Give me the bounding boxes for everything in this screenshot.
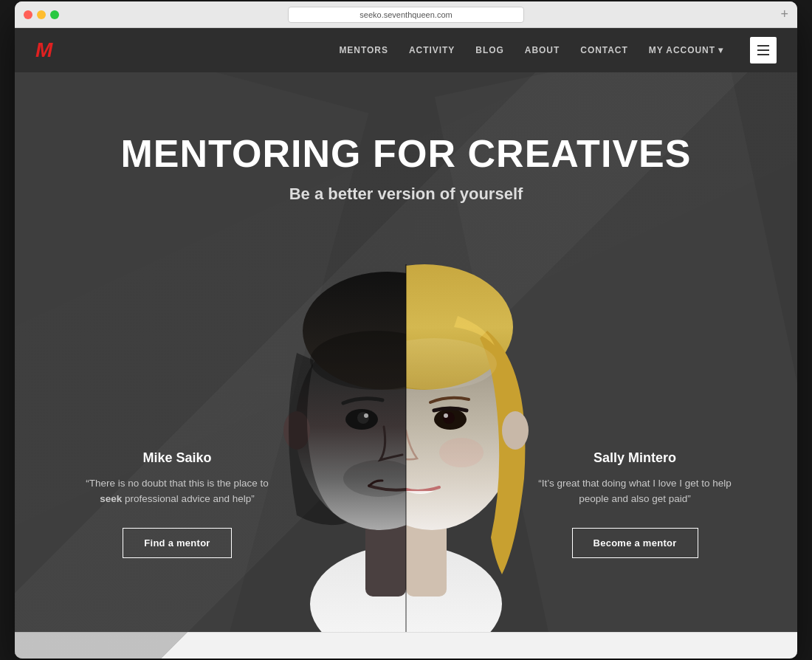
nav-item-blog[interactable]: BLOG <box>475 45 504 55</box>
new-tab-button[interactable]: + <box>780 7 788 22</box>
browser-window: seeko.seventhqueen.com + M MENTORS ACTIV… <box>15 1 797 659</box>
svg-point-19 <box>444 413 448 418</box>
hero-title: MENTORING FOR CREATIVES <box>120 131 691 176</box>
find-mentor-button[interactable]: Find a mentor <box>123 528 231 558</box>
nav-item-activity[interactable]: ACTIVITY <box>409 45 455 55</box>
hamburger-line <box>757 45 769 47</box>
hamburger-line <box>757 54 769 55</box>
hero-subtitle: Be a better version of yourself <box>120 185 691 204</box>
hero-columns: Mike Saiko “There is no doubt that this … <box>15 450 797 558</box>
hero-portraits <box>251 146 561 632</box>
left-person-name: Mike Saiko <box>74 450 281 466</box>
right-person-column: Sally Mintero “It’s great that doing wha… <box>531 450 738 558</box>
nav-item-about[interactable]: ABOUT <box>525 45 560 55</box>
svg-point-21 <box>502 411 529 450</box>
address-bar[interactable]: seeko.seventhqueen.com <box>288 7 524 23</box>
bottom-bar <box>15 632 797 659</box>
svg-point-8 <box>357 412 369 424</box>
hamburger-menu-button[interactable] <box>750 37 777 63</box>
right-person-quote: “It’s great that doing what I love I get… <box>531 476 738 507</box>
hero-text: MENTORING FOR CREATIVES Be a better vers… <box>120 72 691 204</box>
close-button[interactable] <box>24 10 32 19</box>
site-logo[interactable]: M <box>35 38 52 62</box>
maximize-button[interactable] <box>50 10 59 19</box>
minimize-button[interactable] <box>37 10 46 19</box>
left-person-column: Mike Saiko “There is no doubt that this … <box>74 450 281 558</box>
svg-point-18 <box>443 412 455 424</box>
svg-point-9 <box>364 413 368 418</box>
traffic-lights <box>24 10 59 19</box>
browser-titlebar: seeko.seventhqueen.com + <box>15 1 797 28</box>
become-mentor-button[interactable]: Become a mentor <box>572 528 698 558</box>
site-wrapper: M MENTORS ACTIVITY BLOG ABOUT CONTACT MY… <box>15 28 797 659</box>
navbar: M MENTORS ACTIVITY BLOG ABOUT CONTACT MY… <box>15 28 797 72</box>
nav-item-mentors[interactable]: MENTORS <box>339 45 388 55</box>
portrait-composite <box>251 146 561 632</box>
right-person-name: Sally Mintero <box>531 450 738 466</box>
url-text: seeko.seventhqueen.com <box>359 10 452 19</box>
hamburger-line <box>757 49 769 51</box>
nav-item-contact[interactable]: CONTACT <box>580 45 628 55</box>
nav-links: MENTORS ACTIVITY BLOG ABOUT CONTACT MY A… <box>339 37 777 63</box>
hero-section: MENTORING FOR CREATIVES Be a better vers… <box>15 72 797 632</box>
nav-item-my-account[interactable]: MY ACCOUNT ▾ <box>649 45 723 55</box>
left-person-quote: “There is no doubt that this is the plac… <box>74 476 281 507</box>
portrait-svg <box>251 146 561 632</box>
quote-keyword: seek <box>100 493 122 504</box>
